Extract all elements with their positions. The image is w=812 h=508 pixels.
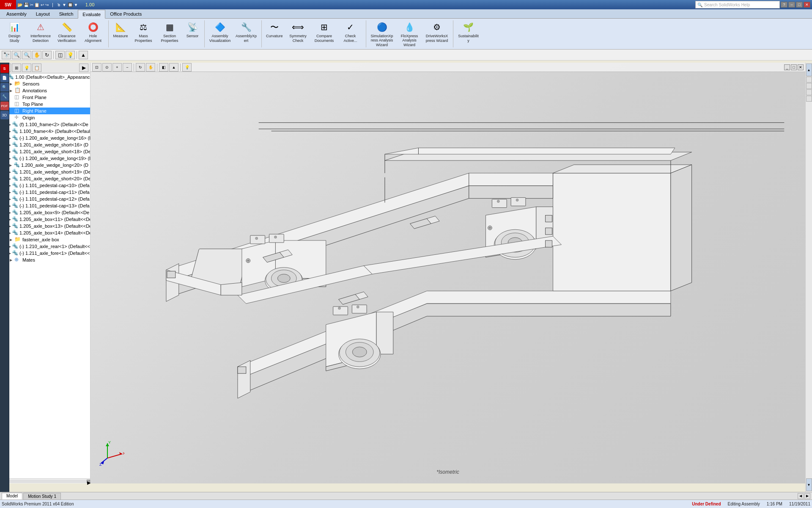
tree-pedestal-cap10[interactable]: ▶ 🔩 (-) 1.101_pedestal-cap<10> (Defa <box>0 182 90 189</box>
vp-render-btn[interactable]: ▲ <box>169 63 178 72</box>
pan-btn[interactable]: ✋ <box>32 51 41 59</box>
search-icon-btn[interactable]: 🔍 <box>0 83 9 91</box>
tab-sketch[interactable]: Sketch <box>55 10 78 18</box>
tree-axle-box9[interactable]: ▶ 🔩 1.205_axle_box<9> (Default<<De <box>0 209 90 216</box>
vp-min-btn[interactable]: _ <box>784 64 790 70</box>
tree-axle-box11[interactable]: ▶ 🔩 1.205_axle_box<11> (Default<<De <box>0 216 90 223</box>
right-panel-btn4[interactable] <box>806 89 812 95</box>
tab-scroll-left[interactable]: ◀ <box>798 493 804 499</box>
tab-motion-study[interactable]: Motion Study 1 <box>23 493 61 500</box>
tool-icon-btn[interactable]: 🔧 <box>0 92 9 101</box>
view-orientation-btn[interactable]: 🔭 <box>2 51 11 59</box>
sustainability-btn[interactable]: 🌱 Sustainability <box>456 19 481 48</box>
vp-pan-btn[interactable]: ✋ <box>146 63 155 72</box>
right-panel-btn3[interactable] <box>806 83 812 89</box>
vp-light-btn[interactable]: 💡 <box>182 63 192 72</box>
vp-zoom-in-btn[interactable]: + <box>112 63 122 72</box>
vp-zoom-fit-btn[interactable]: ⊙ <box>102 63 112 72</box>
section-properties-btn[interactable]: ▦ Section Properties <box>157 19 182 48</box>
scroll-right-btn[interactable]: ▶ <box>87 480 90 483</box>
section-view-btn[interactable]: ◫ <box>55 51 65 59</box>
tree-axle-box13[interactable]: ▶ 🔩 1.205_axle_box<13> (Default<<De <box>0 223 90 229</box>
close-btn[interactable]: ✕ <box>804 2 810 8</box>
tree-pedestal-cap13[interactable]: ▶ 🔩 (-) 1.101_pedestal-cap<13> (Defa <box>0 202 90 209</box>
tree-axle-wedge-long20[interactable]: ▶ 🔩 1.200_axle_wedge_long<20> (D <box>0 162 90 168</box>
tree-axle-wedge-short18[interactable]: ▶ 🔩 1.201_axle_wedge_short<18> (Def <box>0 148 90 155</box>
tree-axle-wedge-long16[interactable]: ▶ 🔩 (-) 1.200_axle_wedge_long<16> (D <box>0 135 90 141</box>
design-study-btn[interactable]: 📊 Design Study <box>2 19 27 48</box>
tab-scroll-right[interactable]: ▶ <box>804 493 810 499</box>
tree-frame2[interactable]: ▶ 🔩 (f) 1.100_frame<2> (Default<<De <box>0 121 90 128</box>
tree-sensors[interactable]: ▶ 📂 Sensors <box>0 80 90 87</box>
maximize-btn[interactable]: □ <box>796 2 803 8</box>
curvature-btn[interactable]: 〜 Curvature <box>264 19 285 48</box>
search-tree-btn[interactable]: 📋 <box>32 64 41 72</box>
sensor-btn[interactable]: 📡 Sensor <box>183 19 202 48</box>
floworks-btn[interactable]: 💧 FloXpress Analysis Wizard <box>396 19 423 48</box>
right-panel-btn5[interactable] <box>806 96 812 102</box>
sw-icon-btn[interactable]: S <box>0 64 9 73</box>
right-panel-btn1[interactable]: ▲ <box>806 64 812 76</box>
clearance-verification-btn[interactable]: 📏 Clearance Verification <box>54 19 80 48</box>
vp-orient-btn[interactable]: ⊡ <box>92 63 102 72</box>
file-icon-btn[interactable]: 📄 <box>0 74 9 82</box>
tree-axle-fore1[interactable]: ▶ 🔩 (-) 1.211_axle_fore<1> (Default<< <box>0 250 90 257</box>
symmetry-check-btn[interactable]: ⟺ Symmetry Check <box>285 19 311 48</box>
tab-office[interactable]: Office Products <box>105 10 146 18</box>
ab11-label: 1.205_axle_box<11> (Default<<De <box>19 217 90 222</box>
vp-rotate-btn[interactable]: ↻ <box>136 63 145 72</box>
tree-axle-rear1[interactable]: ▶ 🔩 (-) 1.210_axle_rear<1> (Default<< <box>0 243 90 250</box>
zoom-in-btn[interactable]: 🔍 <box>12 51 21 59</box>
view-lights-btn[interactable]: 💡 <box>66 51 75 59</box>
help-btn[interactable]: ? <box>781 2 787 8</box>
tree-top-plane[interactable]: ◫ Top Plane <box>0 101 90 108</box>
assembly-visualization-btn[interactable]: 🔷 Assembly Visualization <box>207 19 233 48</box>
expand-all-btn[interactable]: ⊞ <box>12 64 21 72</box>
sidebar-expand-btn[interactable]: ▶ <box>79 64 88 72</box>
vp-zoom-out-btn[interactable]: − <box>123 63 132 72</box>
rotate-btn[interactable]: ↻ <box>42 51 52 59</box>
minimize-btn[interactable]: – <box>788 2 795 8</box>
tree-axle-wedge-short19[interactable]: ▶ 🔩 1.201_axle_wedge_short<19> (Def <box>0 168 90 175</box>
tree-annotations[interactable]: ▶ 📋 Annotations <box>0 87 90 94</box>
check-active-btn[interactable]: ✓ Check Active... <box>338 19 363 48</box>
vp-section-btn[interactable]: ◧ <box>159 63 168 72</box>
main-viewport[interactable]: ⊡ ⊙ + − ↻ ✋ ◧ ▲ 💡 _ □ ✕ .asm-line { stro… <box>91 63 805 483</box>
assembly-xpert-btn[interactable]: 🔧 AssemblyXpert <box>233 19 259 48</box>
tab-model[interactable]: Model <box>2 493 22 500</box>
tree-right-plane[interactable]: ◫ Right Plane <box>0 108 90 114</box>
interference-detection-btn[interactable]: ⚠ Interference Detection <box>28 19 53 48</box>
tree-origin[interactable]: ✛ Origin <box>0 114 90 121</box>
sidebar-scrollbar-x[interactable]: ◀ ▶ <box>0 478 90 483</box>
hole-alignment-btn[interactable]: ⭕ Hole Alignment <box>80 19 106 48</box>
vp-close-btn[interactable]: ✕ <box>798 64 804 70</box>
tab-evaluate[interactable]: Evaluate <box>78 10 105 19</box>
tree-axle-wedge-long19[interactable]: ▶ 🔩 (-) 1.200_axle_wedge_long<19> (D <box>0 155 90 162</box>
tree-mates[interactable]: ▶ ⊕ Mates <box>0 257 90 263</box>
simulation-xpress-btn[interactable]: 🔵 SimulationXpress Analysis Wizard <box>369 19 395 48</box>
right-panel-btn2[interactable] <box>806 77 812 83</box>
vp-max-btn[interactable]: □ <box>791 64 797 70</box>
tab-layout[interactable]: Layout <box>31 10 55 18</box>
zoom-out-btn[interactable]: 🔍 <box>22 51 31 59</box>
filter-btn[interactable]: 💡 <box>22 64 31 72</box>
3d-icon-btn[interactable]: 3D <box>0 111 9 119</box>
tree-pedestal-cap11[interactable]: ▶ 🔩 (-) 1.101_pedestal-cap<11> (Defa <box>0 189 90 196</box>
right-panel-btn-bottom[interactable]: ▼ <box>806 478 812 491</box>
tab-assembly[interactable]: Assembly <box>2 10 31 18</box>
driveworks-btn[interactable]: ⚙ DriveWorksXpress Wizard <box>424 19 450 48</box>
tree-root[interactable]: ▼ 🔩 1.00 (Default<<Default>_Appearance <box>0 74 90 80</box>
tree-fastener-axle-box[interactable]: ▶ 📁 fastener_axle box <box>0 236 90 243</box>
mass-properties-btn[interactable]: ⚖ Mass Properties <box>131 19 156 48</box>
tree-axle-wedge-short16[interactable]: ▶ 🔩 1.201_axle_wedge_short<16> (D <box>0 141 90 148</box>
pdf-icon-btn[interactable]: PDF <box>0 102 9 110</box>
tree-front-plane[interactable]: ◫ Front Plane <box>0 94 90 101</box>
search-bar[interactable]: 🔍 Search SolidWorks Help <box>695 1 780 8</box>
compare-documents-btn[interactable]: ⊞ Compare Documents <box>312 19 337 48</box>
tree-axle-wedge-short20[interactable]: ▶ 🔩 1.201_axle_wedge_short<20> (Def <box>0 175 90 182</box>
tree-axle-box14[interactable]: ▶ 🔩 1.205_axle_box<14> (Default<<De <box>0 229 90 236</box>
tree-frame4[interactable]: ▶ 🔩 1.100_frame<4> (Default<<Defaul <box>0 128 90 135</box>
measure-btn[interactable]: 📐 Measure <box>111 19 130 48</box>
display-style-btn[interactable]: ▲ <box>79 51 88 59</box>
tree-pedestal-cap12[interactable]: ▶ 🔩 (-) 1.101_pedestal-cap<12> (Defa <box>0 196 90 202</box>
